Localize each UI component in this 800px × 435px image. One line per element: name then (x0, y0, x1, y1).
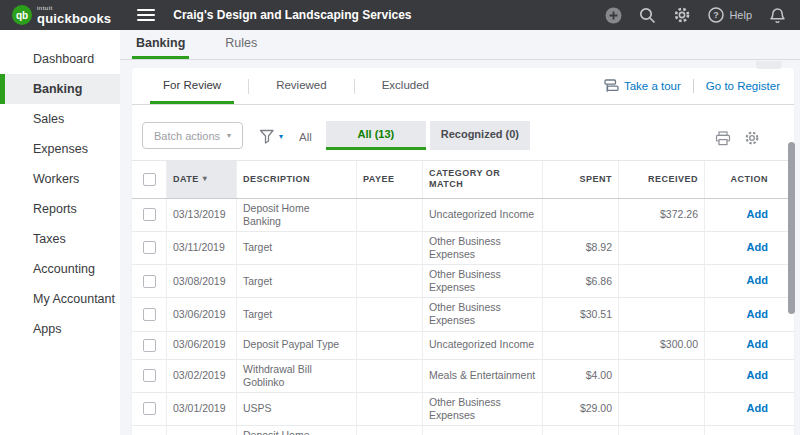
sidebar-item-label: Banking (33, 82, 82, 96)
row-checkbox[interactable] (143, 308, 156, 321)
header-payee: PAYEE (356, 161, 422, 198)
header-date[interactable]: DATE ▾ (166, 161, 236, 198)
row-spent: $4.00 (542, 360, 618, 392)
row-spent (542, 199, 618, 231)
row-action-cell: Add (704, 360, 794, 392)
table-toolbar: Batch actions ▾ ▾ All All (13) Recognize… (132, 105, 794, 160)
row-checkbox[interactable] (143, 275, 156, 288)
tour-signpost-icon (604, 79, 619, 93)
vertical-scrollbar-thumb[interactable] (788, 142, 795, 314)
search-icon (639, 7, 656, 24)
sidebar-item-workers[interactable]: Workers (0, 164, 120, 194)
row-category: Meals & Entertainment (422, 360, 542, 392)
select-all-checkbox[interactable] (143, 173, 156, 186)
row-add-link[interactable]: Add (747, 369, 768, 383)
sidebar-item-apps[interactable]: Apps (0, 314, 120, 344)
hamburger-menu-button[interactable] (137, 9, 155, 21)
sidebar-item-dashboard[interactable]: Dashboard (0, 44, 120, 74)
tab-reviewed[interactable]: Reviewed (263, 68, 340, 104)
sidebar-item-label: Workers (33, 172, 79, 186)
row-payee (356, 426, 422, 435)
filter-scope-label: All (299, 131, 312, 143)
row-received (618, 298, 704, 330)
notifications-button[interactable] (769, 7, 786, 24)
table-row[interactable]: 03/06/2019 Target Other Business Expense… (132, 298, 794, 331)
row-category: Other Business Expenses (422, 298, 542, 330)
row-category: Other Business Expenses (422, 265, 542, 297)
row-description: Deposit Home Banking (236, 199, 356, 231)
row-checkbox-cell (132, 232, 166, 264)
row-checkbox[interactable] (143, 208, 156, 221)
row-date: 03/08/2019 (166, 265, 236, 297)
tab-excluded[interactable]: Excluded (369, 68, 442, 104)
table-row[interactable]: 03/08/2019 Target Other Business Expense… (132, 265, 794, 298)
row-checkbox-cell (132, 393, 166, 425)
svg-text:?: ? (714, 10, 720, 20)
sidebar-item-my-accountant[interactable]: My Accountant (0, 284, 120, 314)
table-settings-button[interactable] (744, 130, 760, 146)
sidebar-item-banking[interactable]: Banking (0, 74, 120, 104)
row-checkbox[interactable] (143, 369, 156, 382)
create-plus-button[interactable] (605, 7, 622, 24)
print-button[interactable] (715, 131, 731, 146)
tab-recognized[interactable]: Recognized (0) (430, 121, 530, 150)
sidebar-item-sales[interactable]: Sales (0, 104, 120, 134)
printer-icon (715, 131, 731, 146)
row-add-link[interactable]: Add (747, 338, 768, 352)
row-payee (356, 232, 422, 264)
settings-button[interactable] (673, 6, 691, 24)
help-button[interactable]: ? Help (708, 7, 752, 23)
row-checkbox[interactable] (143, 339, 156, 352)
scroll-notch (756, 61, 782, 69)
tab-rules[interactable]: Rules (221, 30, 261, 59)
go-to-register-link[interactable]: Go to Register (706, 80, 780, 92)
search-button[interactable] (639, 7, 656, 24)
sidebar-item-label: Accounting (33, 262, 95, 276)
row-date: 03/01/2019 (166, 426, 236, 435)
row-payee (356, 199, 422, 231)
row-date: 03/06/2019 (166, 298, 236, 330)
table-row[interactable]: 03/11/2019 Target Other Business Expense… (132, 232, 794, 265)
help-label: Help (729, 9, 752, 21)
tab-banking[interactable]: Banking (132, 30, 189, 59)
sidebar-item-taxes[interactable]: Taxes (0, 224, 120, 254)
filter-button[interactable]: ▾ (259, 129, 283, 144)
header-received: RECEIVED (618, 161, 704, 198)
table-row[interactable]: 03/01/2019 Deposit Home Banking Uncatego… (132, 426, 794, 435)
batch-actions-label: Batch actions (154, 130, 220, 142)
review-tabs: For Review Reviewed Excluded Take a tour (132, 68, 794, 105)
row-payee (356, 360, 422, 392)
row-add-link[interactable]: Add (747, 208, 768, 222)
table-row[interactable]: 03/01/2019 USPS Other Business Expenses … (132, 393, 794, 426)
row-action-cell: Add (704, 393, 794, 425)
table-gear-icon (744, 130, 760, 146)
transactions-table: DATE ▾ DESCRIPTION PAYEE CATEGORY OR MAT… (132, 160, 794, 435)
sidebar-item-reports[interactable]: Reports (0, 194, 120, 224)
tab-for-review[interactable]: For Review (150, 68, 234, 104)
batch-actions-button[interactable]: Batch actions ▾ (142, 122, 243, 149)
tab-all[interactable]: All (13) (326, 121, 426, 150)
row-checkbox[interactable] (143, 241, 156, 254)
row-spent: $30.51 (542, 298, 618, 330)
sort-descending-icon: ▾ (203, 174, 208, 184)
row-add-link[interactable]: Add (747, 402, 768, 416)
company-name: Craig's Design and Landscaping Services (173, 8, 411, 22)
table-row[interactable]: 03/13/2019 Deposit Home Banking Uncatego… (132, 199, 794, 232)
table-row[interactable]: 03/06/2019 Deposit Paypal Type Uncategor… (132, 332, 794, 360)
row-action-cell: Add (704, 426, 794, 435)
link-divider (693, 79, 694, 93)
tab-divider (248, 79, 249, 94)
row-add-link[interactable]: Add (747, 241, 768, 255)
take-a-tour-link[interactable]: Take a tour (604, 79, 681, 93)
row-checkbox[interactable] (143, 402, 156, 415)
row-add-link[interactable]: Add (747, 274, 768, 288)
row-category: Uncategorized Income (422, 199, 542, 231)
bell-icon (769, 7, 786, 24)
sidebar-item-expenses[interactable]: Expenses (0, 134, 120, 164)
sidebar-item-accounting[interactable]: Accounting (0, 254, 120, 284)
row-add-link[interactable]: Add (747, 308, 768, 322)
row-payee (356, 332, 422, 359)
row-spent: $8.92 (542, 232, 618, 264)
qb-logo-icon: qb (12, 5, 32, 25)
table-row[interactable]: 03/02/2019 Withdrawal Bill Goblinko Meal… (132, 360, 794, 393)
